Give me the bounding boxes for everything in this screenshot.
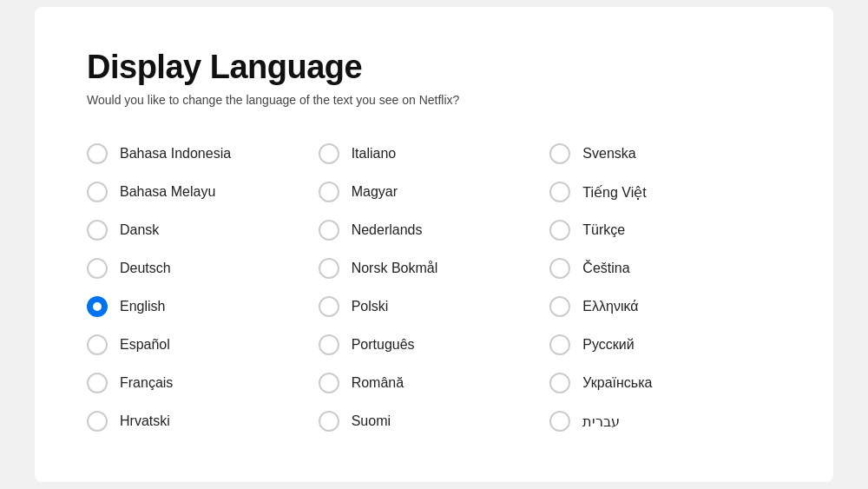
radio-svenska[interactable] — [549, 143, 570, 164]
radio-turkce[interactable] — [549, 220, 570, 241]
language-label-bahasa-indonesia: Bahasa Indonesia — [120, 146, 231, 162]
language-item-hrvatski[interactable]: Hrvatski — [87, 402, 319, 440]
language-label-deutsch: Deutsch — [120, 261, 171, 276]
display-language-panel: Display Language Would you like to chang… — [35, 7, 833, 482]
language-label-russkiy: Русский — [582, 337, 634, 353]
language-label-ellinika: Ελληνικά — [582, 299, 638, 314]
radio-hrvatski[interactable] — [87, 411, 108, 432]
radio-bahasa-indonesia[interactable] — [87, 143, 108, 164]
radio-ukrainska[interactable] — [549, 373, 570, 393]
radio-polski[interactable] — [319, 296, 339, 317]
radio-norsk-bokmal[interactable] — [319, 258, 339, 279]
radio-romana[interactable] — [319, 373, 339, 393]
radio-italiano[interactable] — [319, 143, 339, 164]
language-label-norsk-bokmal: Norsk Bokmål — [352, 261, 438, 276]
radio-suomi[interactable] — [319, 411, 339, 432]
language-item-nederlands[interactable]: Nederlands — [319, 211, 550, 249]
radio-bahasa-melayu[interactable] — [87, 182, 108, 202]
language-item-svenska[interactable]: Svenska — [549, 135, 781, 173]
language-item-polski[interactable]: Polski — [319, 287, 550, 326]
language-label-portugues: Português — [352, 337, 415, 353]
radio-portugues[interactable] — [319, 334, 339, 355]
language-item-cestina[interactable]: Čeština — [549, 249, 781, 287]
language-item-ellinika[interactable]: Ελληνικά — [549, 287, 781, 326]
language-item-deutsch[interactable]: Deutsch — [87, 249, 319, 287]
page-subtitle: Would you like to change the language of… — [87, 93, 781, 107]
language-label-italiano: Italiano — [352, 146, 397, 162]
language-label-turkce: Türkçe — [582, 222, 625, 238]
language-label-ivrit: עברית — [582, 413, 620, 430]
language-label-dansk: Dansk — [120, 222, 159, 238]
language-item-norsk-bokmal[interactable]: Norsk Bokmål — [319, 249, 550, 287]
language-item-english[interactable]: English — [87, 287, 319, 326]
radio-russkiy[interactable] — [549, 334, 570, 355]
language-item-italiano[interactable]: Italiano — [319, 135, 550, 173]
language-item-ukrainska[interactable]: Українська — [549, 364, 781, 402]
page-title: Display Language — [87, 49, 781, 86]
language-item-bahasa-melayu[interactable]: Bahasa Melayu — [87, 173, 319, 211]
radio-ivrit[interactable] — [549, 411, 570, 432]
language-item-magyar[interactable]: Magyar — [319, 173, 550, 211]
radio-espanol[interactable] — [87, 334, 108, 355]
language-label-suomi: Suomi — [352, 413, 391, 429]
radio-english[interactable] — [87, 296, 108, 317]
language-item-tieng-viet[interactable]: Tiếng Việt — [549, 173, 781, 211]
language-label-magyar: Magyar — [352, 184, 398, 200]
language-label-polski: Polski — [352, 299, 389, 314]
radio-dansk[interactable] — [87, 220, 108, 241]
language-label-nederlands: Nederlands — [352, 222, 423, 238]
language-item-ivrit[interactable]: עברית — [549, 402, 781, 440]
language-label-hrvatski: Hrvatski — [120, 413, 170, 429]
radio-deutsch[interactable] — [87, 258, 108, 279]
language-label-english: English — [120, 299, 165, 314]
radio-nederlands[interactable] — [319, 220, 339, 241]
language-item-dansk[interactable]: Dansk — [87, 211, 319, 249]
radio-francais[interactable] — [87, 373, 108, 393]
language-item-suomi[interactable]: Suomi — [319, 402, 550, 440]
language-item-russkiy[interactable]: Русский — [549, 326, 781, 364]
language-item-turkce[interactable]: Türkçe — [549, 211, 781, 249]
radio-ellinika[interactable] — [549, 296, 570, 317]
language-item-romana[interactable]: Română — [319, 364, 550, 402]
language-label-romana: Română — [352, 375, 404, 391]
language-label-francais: Français — [120, 375, 173, 391]
language-label-bahasa-melayu: Bahasa Melayu — [120, 184, 215, 200]
radio-magyar[interactable] — [319, 182, 339, 202]
language-item-espanol[interactable]: Español — [87, 326, 319, 364]
language-label-tieng-viet: Tiếng Việt — [582, 184, 646, 201]
radio-tieng-viet[interactable] — [549, 182, 570, 202]
language-item-francais[interactable]: Français — [87, 364, 319, 402]
language-label-ukrainska: Українська — [582, 375, 652, 391]
language-item-bahasa-indonesia[interactable]: Bahasa Indonesia — [87, 135, 319, 173]
language-item-portugues[interactable]: Português — [319, 326, 550, 364]
language-label-espanol: Español — [120, 337, 170, 353]
radio-cestina[interactable] — [549, 258, 570, 279]
languages-grid: Bahasa IndonesiaItalianoSvenskaBahasa Me… — [87, 135, 781, 440]
language-label-cestina: Čeština — [582, 261, 629, 276]
language-label-svenska: Svenska — [582, 146, 635, 162]
